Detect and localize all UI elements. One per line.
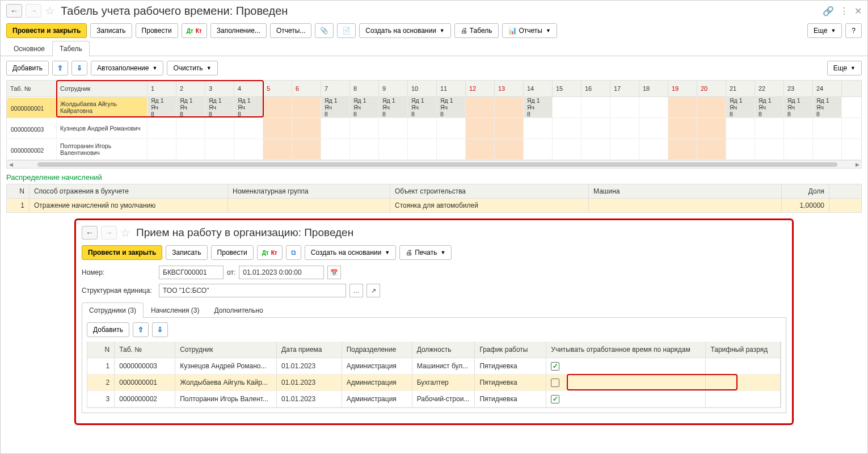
sw-nav-back-button[interactable]: ← — [82, 226, 98, 239]
tab-accruals[interactable]: Начисления (3) — [144, 302, 207, 318]
reports-button[interactable]: Отчеты... — [270, 23, 311, 38]
cell-day-2[interactable] — [176, 139, 205, 159]
doc-button[interactable]: 📄 — [337, 23, 356, 38]
grid-down-button[interactable]: ⇩ — [152, 322, 168, 337]
tab-main[interactable]: Основное — [6, 41, 52, 56]
cell-day-20[interactable] — [697, 139, 726, 159]
cell-day-5[interactable] — [263, 139, 292, 159]
cell-day-13[interactable] — [495, 139, 524, 159]
cell-day-9[interactable]: Яд 1 Яч8 — [379, 97, 408, 117]
cell-day-24[interactable] — [813, 139, 842, 159]
cell-day-15[interactable] — [553, 118, 582, 138]
cell-day-22[interactable]: Яд 1 Яч8 — [755, 97, 784, 117]
employees-grid[interactable]: N Таб. № Сотрудник Дата приема Подраздел… — [87, 342, 781, 408]
create-based-button[interactable]: Создать на основании▼ — [359, 23, 450, 38]
tab-extra[interactable]: Дополнительно — [207, 302, 271, 318]
cell-day-6[interactable] — [292, 118, 321, 138]
cell-day-15[interactable] — [553, 97, 582, 117]
cell-day-20[interactable] — [697, 118, 726, 138]
from-input[interactable]: 01.01.2023 0:00:00 — [239, 266, 324, 279]
scroll-left-icon[interactable]: ◀ — [7, 162, 15, 167]
sw-post-close-button[interactable]: Провести и закрыть — [82, 245, 162, 260]
cell-day-7[interactable]: Яд 1 Яч8 — [321, 97, 350, 117]
cell-day-11[interactable] — [437, 118, 466, 138]
cell-day-17[interactable] — [610, 97, 639, 117]
nav-forward-button[interactable]: → — [26, 4, 41, 18]
print-tabel-button[interactable]: 🖨 Табель — [454, 23, 499, 38]
cell-day-4[interactable]: Яд 1 Яч8 — [234, 97, 263, 117]
cell-day-16[interactable] — [582, 97, 610, 117]
cell-day-11[interactable] — [437, 139, 466, 159]
star-icon[interactable]: ☆ — [45, 4, 55, 18]
cell-day-23[interactable]: Яд 1 Яч8 — [784, 97, 813, 117]
select-button[interactable]: … — [349, 284, 363, 297]
scroll-thumb[interactable] — [37, 162, 837, 167]
link-icon[interactable]: 🔗 — [823, 6, 834, 16]
cell-day-11[interactable]: Яд 1 Яч8 — [437, 97, 466, 117]
cell-day-12[interactable] — [466, 139, 495, 159]
star-icon[interactable]: ☆ — [120, 226, 130, 239]
attach-button[interactable]: 📎 — [315, 23, 334, 38]
cell-day-18[interactable] — [639, 139, 668, 159]
cell-day-15[interactable] — [553, 139, 582, 159]
cell-day-24[interactable] — [813, 118, 842, 138]
timesheet-row[interactable]: 0000000003Кузнецов Андрей Романович — [7, 118, 861, 139]
cell-day-8[interactable] — [350, 118, 379, 138]
cell-day-6[interactable] — [292, 139, 321, 159]
cell-day-20[interactable] — [697, 97, 726, 117]
cell-day-16[interactable] — [582, 139, 610, 159]
calendar-button[interactable]: 📅 — [327, 266, 341, 279]
employee-row[interactable]: 20000000001Жолдыбаева Айгуль Кайр...01.0… — [87, 375, 781, 391]
cell-day-9[interactable] — [379, 118, 408, 138]
cell-day-24[interactable]: Яд 1 Яч8 — [813, 97, 842, 117]
cell-day-21[interactable] — [726, 118, 755, 138]
cell-day-13[interactable] — [495, 97, 524, 117]
cell-day-3[interactable]: Яд 1 Яч8 — [205, 97, 234, 117]
grid-cell-track[interactable]: ✓ — [546, 358, 706, 374]
cell-day-14[interactable] — [524, 139, 553, 159]
timesheet-row[interactable]: 0000000001Жолдыбаева Айгуль КайратовнаЯд… — [7, 97, 861, 118]
grid-cell-track[interactable]: ✓ — [546, 391, 706, 407]
checkbox-icon[interactable]: ✓ — [551, 395, 559, 403]
cell-day-16[interactable] — [582, 118, 610, 138]
write-button[interactable]: Записать — [90, 23, 132, 38]
dtkt-button[interactable]: ДтКт — [182, 23, 207, 38]
allocation-row[interactable]: 1 Отражение начислений по умолчанию Стоя… — [7, 199, 861, 212]
timesheet-grid[interactable]: Таб. № Сотрудник 12345678910111213141516… — [6, 80, 862, 169]
grid-up-button[interactable]: ⇧ — [133, 322, 149, 337]
sw-create-based-button[interactable]: Создать на основании▼ — [305, 245, 396, 260]
cell-day-22[interactable] — [755, 118, 784, 138]
cell-day-5[interactable] — [263, 97, 292, 117]
cell-day-14[interactable] — [524, 118, 553, 138]
post-button[interactable]: Провести — [136, 23, 178, 38]
close-icon[interactable]: ✕ — [854, 6, 862, 16]
employee-row[interactable]: 10000000003Кузнецов Андрей Романо...01.0… — [87, 358, 781, 375]
cell-day-4[interactable] — [234, 139, 263, 159]
cell-day-18[interactable] — [639, 118, 668, 138]
reports2-button[interactable]: 📊 Отчеты▼ — [502, 23, 557, 38]
cell-day-4[interactable] — [234, 118, 263, 138]
cell-day-2[interactable]: Яд 1 Яч8 — [176, 97, 205, 117]
sw-post-button[interactable]: Провести — [211, 245, 254, 260]
cell-day-7[interactable] — [321, 139, 350, 159]
sw-print-button[interactable]: 🖨 Печать▼ — [399, 245, 452, 260]
cell-day-3[interactable] — [205, 118, 234, 138]
move-up-button[interactable]: ⇧ — [52, 61, 68, 75]
clear-button[interactable]: Очистить▼ — [167, 61, 217, 75]
post-close-button[interactable]: Провести и закрыть — [6, 23, 87, 38]
cell-day-1[interactable] — [148, 139, 176, 159]
cell-day-19[interactable] — [668, 139, 697, 159]
org-input[interactable]: ТОО "1С:БСО" — [159, 284, 346, 297]
cell-day-19[interactable] — [668, 97, 697, 117]
cell-day-8[interactable] — [350, 139, 379, 159]
tab-employees[interactable]: Сотрудники (3) — [82, 302, 144, 318]
sw-write-button[interactable]: Записать — [166, 245, 207, 260]
cell-day-18[interactable] — [639, 97, 668, 117]
cell-day-2[interactable] — [176, 118, 205, 138]
tab-tabel[interactable]: Табель — [52, 41, 90, 56]
horizontal-scrollbar[interactable]: ◀ ▶ — [7, 160, 861, 168]
cell-day-10[interactable] — [408, 118, 437, 138]
cell-day-17[interactable] — [610, 139, 639, 159]
grid-add-button[interactable]: Добавить — [87, 322, 129, 337]
cell-day-17[interactable] — [610, 118, 639, 138]
